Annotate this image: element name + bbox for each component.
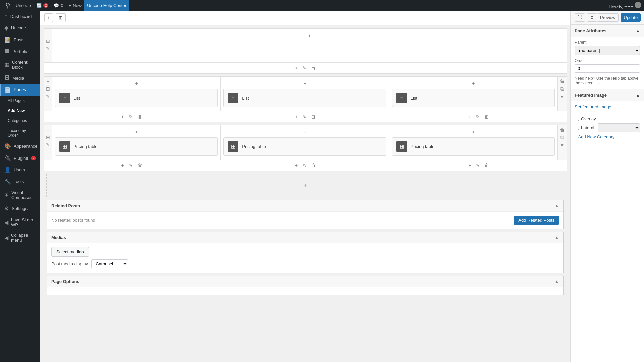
row-pricing-grid-btn[interactable]: ⊞ [45, 134, 51, 141]
row-top-move-btn[interactable]: + [46, 30, 50, 37]
overlay-label: Overlay [581, 116, 596, 121]
col-pricing-1-add-top[interactable]: + [134, 129, 139, 135]
update-button[interactable]: Update [621, 13, 641, 22]
list-label-3: List [411, 96, 417, 101]
pricing-col2-edit-action[interactable]: ✎ [301, 162, 308, 169]
sidebar-item-add-new[interactable]: Add New [0, 106, 40, 116]
col3-delete-action[interactable]: 🗑 [483, 113, 490, 120]
list-icon-3: ≡ [396, 93, 407, 103]
pricing-col3-delete-action[interactable]: 🗑 [483, 162, 490, 169]
lateral-checkbox[interactable] [575, 126, 579, 130]
row-list-collapse-btn[interactable]: ▼ [559, 93, 565, 100]
row-pricing-copy-btn[interactable]: ⧉ [560, 134, 565, 141]
row-top-grid-btn[interactable]: ⊞ [45, 38, 51, 44]
sidebar-item-settings[interactable]: ⚙ Settings [0, 203, 40, 215]
pages-icon: 📄 [4, 86, 11, 93]
row-top-edit-action[interactable]: ✎ [301, 65, 308, 71]
page-attributes-header[interactable]: Page Attributes ▲ [571, 25, 644, 37]
sidebar-item-posts[interactable]: 📝 Posts [0, 34, 40, 46]
row-list-copy-btn[interactable]: ⧉ [560, 85, 565, 93]
row-top-delete-action[interactable]: 🗑 [310, 65, 317, 71]
topbar-updates[interactable]: 🔄 2 [34, 0, 51, 11]
featured-image-header[interactable]: Featured Image ▲ [571, 89, 644, 101]
add-element-toolbar-button[interactable]: + [44, 13, 53, 22]
col-top-add-button[interactable]: + [307, 32, 312, 39]
sidebar-item-content-block[interactable]: ▦ Content Block [0, 57, 40, 72]
tools-icon: 🔧 [4, 178, 11, 185]
sidebar-item-appearance[interactable]: 🎨 Appearance [0, 140, 40, 152]
add-new-category-link[interactable]: + Add New Category [575, 134, 615, 139]
sidebar-item-categories[interactable]: Categories [0, 116, 40, 126]
row-pricing-edit-btn[interactable]: ✎ [45, 141, 51, 148]
col-list-2-add-top[interactable]: + [302, 80, 308, 87]
col-pricing-2-add-top[interactable]: + [302, 129, 308, 135]
row-list-edit-btn[interactable]: ✎ [45, 93, 51, 100]
order-input[interactable] [575, 64, 640, 73]
page-options-header[interactable]: Page Options ▲ [47, 276, 563, 287]
preview-button[interactable]: Preview [597, 13, 619, 22]
col2-edit-action[interactable]: ✎ [301, 113, 308, 120]
sidebar-item-taxonomy-order[interactable]: Taxonomy Order [0, 126, 40, 140]
sidebar-item-collapse-menu[interactable]: ◀ Collapse menu [0, 230, 40, 245]
topbar-comments[interactable]: 💬 0 [51, 0, 66, 11]
row-pricing-move-btn[interactable]: + [46, 127, 50, 133]
col1-add-action[interactable]: + [120, 113, 125, 120]
overlay-checkbox[interactable] [575, 117, 579, 121]
row-top-add-action[interactable]: + [293, 65, 299, 71]
page-options-title: Page Options [51, 279, 79, 284]
add-row-button[interactable]: + [302, 181, 309, 190]
sidebar-item-users[interactable]: 👤 Users [0, 164, 40, 176]
add-related-posts-button[interactable]: Add Related Posts [514, 216, 559, 225]
col3-edit-action[interactable]: ✎ [474, 113, 481, 120]
row-pricing-collapse-btn[interactable]: ▼ [559, 142, 565, 148]
pricing-col2-delete-action[interactable]: 🗑 [310, 162, 317, 169]
sidebar-item-all-pages[interactable]: All Pages [0, 96, 40, 106]
select-medias-button[interactable]: Select medias [51, 247, 89, 257]
col-list-3-add-top[interactable]: + [471, 80, 476, 87]
topbar-help-center[interactable]: Uncode Help Center [84, 0, 129, 11]
right-panel: ⛶ ⚙ Preview Update Page Attributes ▲ Par… [570, 11, 644, 362]
fullscreen-button[interactable]: ⛶ [575, 13, 585, 22]
sidebar-item-pages[interactable]: 📄 Pages [0, 84, 40, 96]
col1-edit-action[interactable]: ✎ [127, 113, 134, 120]
col2-delete-action[interactable]: 🗑 [310, 113, 317, 120]
pricing-col1-delete-action[interactable]: 🗑 [136, 162, 144, 169]
col2-add-action[interactable]: + [293, 113, 299, 120]
medias-header[interactable]: Medias ▲ [47, 232, 563, 243]
col-list-1-add-top[interactable]: + [134, 80, 139, 87]
pricing-col3-add-action[interactable]: + [467, 162, 472, 169]
order-label: Order [575, 58, 640, 63]
pricing-col2-add-action[interactable]: + [293, 162, 299, 169]
add-row-area[interactable]: + [46, 174, 564, 197]
wp-logo-icon[interactable]: ⚲ [3, 0, 13, 11]
sidebar-item-plugins[interactable]: 🔌 Plugins 2 [0, 152, 40, 164]
topbar-new[interactable]: + New [66, 0, 85, 11]
parent-select[interactable]: (no parent) [575, 46, 640, 55]
pricing-element-2: ▦ Pricing table [223, 137, 386, 156]
col3-add-action[interactable]: + [467, 113, 472, 120]
set-featured-image-link[interactable]: Set featured image [575, 104, 611, 109]
col-pricing-3-add-top[interactable]: + [471, 129, 476, 135]
pricing-col3-edit-action[interactable]: ✎ [474, 162, 481, 169]
sidebar-item-uncode[interactable]: ◆ Uncode [0, 22, 40, 34]
sidebar-item-tools[interactable]: 🔧 Tools [0, 176, 40, 187]
pricing-col1-edit-action[interactable]: ✎ [127, 162, 134, 169]
row-top-edit-btn[interactable]: ✎ [45, 45, 51, 52]
grid-view-button[interactable]: ⊞ [56, 13, 66, 22]
lateral-select[interactable] [598, 123, 640, 132]
row-list-grid-btn[interactable]: ⊞ [45, 85, 51, 92]
pricing-col1-add-action[interactable]: + [120, 162, 125, 169]
sidebar-item-portfolio[interactable]: 🖼 Portfolio [0, 46, 40, 57]
row-pricing-delete-btn[interactable]: 🗑 [559, 127, 565, 133]
related-posts-header[interactable]: Related Posts ▲ [47, 200, 563, 212]
sidebar-item-dashboard[interactable]: ⌂ Dashboard [0, 11, 40, 22]
col1-delete-action[interactable]: 🗑 [136, 113, 144, 120]
row-list-move-btn[interactable]: + [46, 78, 50, 85]
sidebar-item-visual-composer[interactable]: ⊞ Visual Composer [0, 187, 40, 203]
row-list-delete-btn[interactable]: 🗑 [559, 78, 565, 85]
post-media-display-select[interactable]: Carousel Grid Slideshow [91, 259, 128, 268]
settings-button[interactable]: ⚙ [587, 13, 597, 22]
sidebar-item-media[interactable]: 🎞 Media [0, 72, 40, 84]
topbar-uncode[interactable]: Uncode [13, 0, 34, 11]
sidebar-item-layerslider[interactable]: ◀ LayerSlider WP [0, 215, 40, 230]
